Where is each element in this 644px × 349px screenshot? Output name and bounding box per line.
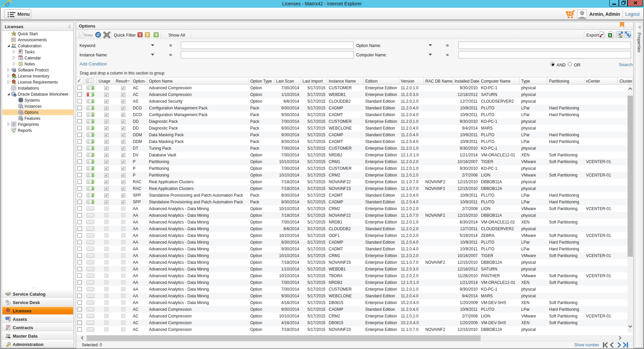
svg-text:!: ! bbox=[8, 302, 9, 305]
